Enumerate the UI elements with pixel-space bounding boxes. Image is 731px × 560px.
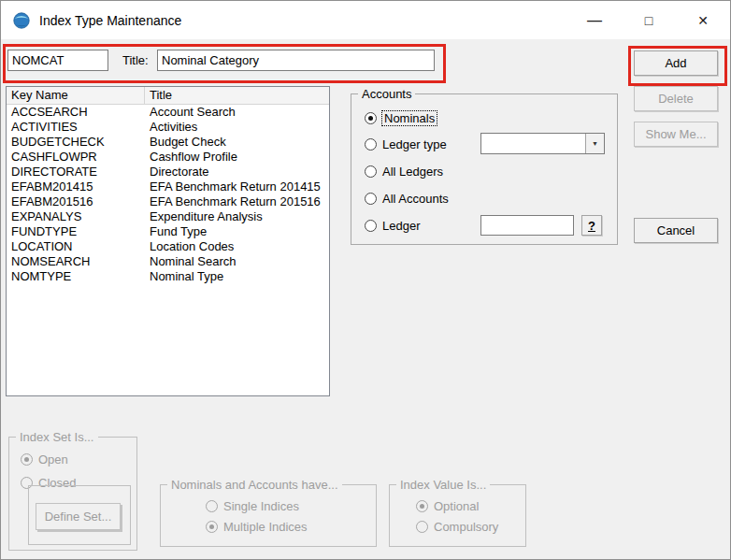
nominals-accounts-group-label: Nominals and Accounts have... <box>167 478 342 492</box>
row-key-name: NOMSEARCH <box>7 254 145 269</box>
combobox-value <box>481 134 585 153</box>
list-row[interactable]: NOMSEARCH Nominal Search <box>7 254 329 269</box>
list-row[interactable]: EFABM201415 EFA Benchmark Return 201415 <box>7 179 329 194</box>
radio-single-indices[interactable]: Single Indices <box>206 499 299 513</box>
radio-label: Compulsory <box>434 520 498 534</box>
accounts-groupbox: Accounts Nominals Ledger type ▼ All Ledg… <box>351 93 618 245</box>
key-name-input[interactable] <box>7 50 108 71</box>
radio-label: Ledger <box>382 219 420 233</box>
radio-compulsory[interactable]: Compulsory <box>416 520 498 534</box>
radio-label: Nominals <box>382 111 437 125</box>
row-title: Directorate <box>145 165 329 179</box>
radio-multiple-indices[interactable]: Multiple Indices <box>206 520 308 534</box>
ledger-input[interactable] <box>480 215 574 236</box>
column-header-key-name[interactable]: Key Name <box>7 87 145 104</box>
row-title: EFA Benchmark Return 201516 <box>145 194 329 209</box>
radio-circle[interactable] <box>21 453 33 466</box>
row-title: Account Search <box>145 105 329 120</box>
row-key-name: ACCSEARCH <box>7 105 145 120</box>
row-title: Cashflow Profile <box>145 150 329 165</box>
title-input[interactable] <box>157 50 435 71</box>
index-set-group-label: Index Set Is... <box>16 430 98 444</box>
delete-button[interactable]: Delete <box>634 86 718 111</box>
radio-circle[interactable] <box>365 138 377 151</box>
app-icon <box>13 12 30 29</box>
accounts-group-label: Accounts <box>358 87 415 101</box>
cancel-button[interactable]: Cancel <box>634 218 718 243</box>
radio-label: Ledger type <box>382 137 447 151</box>
radio-optional[interactable]: Optional <box>416 499 479 513</box>
ledger-help-button[interactable]: ? <box>581 215 602 236</box>
radio-nominals[interactable]: Nominals <box>365 111 437 125</box>
list-body: ACCSEARCH Account Search ACTIVITIES Acti… <box>7 105 329 284</box>
radio-label: All Accounts <box>382 192 449 206</box>
radio-label: All Ledgers <box>382 165 443 179</box>
row-key-name: BUDGETCHECK <box>7 135 145 150</box>
radio-open[interactable]: Open <box>21 452 68 467</box>
nominals-accounts-groupbox: Nominals and Accounts have... Single Ind… <box>160 484 377 547</box>
titlebar[interactable]: Index Type Maintenance — □ ✕ <box>1 1 730 39</box>
list-header: Key Name Title <box>7 87 329 105</box>
row-key-name: CASHFLOWPR <box>7 150 145 165</box>
row-title: Nominal Search <box>145 254 329 269</box>
ledger-type-combobox[interactable]: ▼ <box>480 133 605 154</box>
index-value-group-label: Index Value Is... <box>396 478 490 492</box>
close-icon[interactable]: ✕ <box>676 1 730 39</box>
add-button[interactable]: Add <box>634 50 718 76</box>
row-key-name: NOMTYPE <box>7 269 145 284</box>
window-controls: — □ ✕ <box>567 1 730 39</box>
row-key-name: EFABM201415 <box>7 179 145 194</box>
list-row[interactable]: CASHFLOWPR Cashflow Profile <box>7 150 329 165</box>
index-value-groupbox: Index Value Is... Optional Compulsory <box>389 484 526 547</box>
radio-circle[interactable] <box>365 165 377 178</box>
list-row[interactable]: FUNDTYPE Fund Type <box>7 224 329 239</box>
row-title: EFA Benchmark Return 201415 <box>145 179 329 194</box>
radio-label: Single Indices <box>223 499 299 513</box>
define-set-button[interactable]: Define Set... <box>36 503 121 530</box>
window-title: Index Type Maintenance <box>39 13 181 28</box>
row-title: Activities <box>145 120 329 135</box>
list-row[interactable]: BUDGETCHECK Budget Check <box>7 135 329 150</box>
list-row[interactable]: EXPANALYS Expenditure Analysis <box>7 209 329 224</box>
radio-label: Multiple Indices <box>223 520 308 534</box>
index-list[interactable]: Key Name Title ACCSEARCH Account Search … <box>6 86 330 396</box>
show-me-button[interactable]: Show Me... <box>634 122 718 147</box>
index-set-groupbox: Index Set Is... Open Closed Define Set..… <box>8 437 137 551</box>
list-row[interactable]: ACCSEARCH Account Search <box>7 105 329 120</box>
row-title: Budget Check <box>145 135 329 150</box>
radio-circle[interactable] <box>365 193 377 205</box>
row-key-name: EXPANALYS <box>7 209 145 224</box>
radio-ledger[interactable]: Ledger <box>365 219 420 233</box>
radio-circle[interactable] <box>365 112 377 124</box>
row-key-name: ACTIVITIES <box>7 120 145 135</box>
radio-circle[interactable] <box>416 521 428 533</box>
row-title: Nominal Type <box>145 269 329 284</box>
row-key-name: FUNDTYPE <box>7 224 145 239</box>
chevron-down-icon[interactable]: ▼ <box>585 134 604 153</box>
column-header-title[interactable]: Title <box>145 87 329 104</box>
radio-ledger-type[interactable]: Ledger type <box>365 137 447 151</box>
row-title: Fund Type <box>145 224 329 239</box>
index-type-maintenance-dialog: Index Type Maintenance — □ ✕ Title: Key … <box>0 0 731 560</box>
radio-circle[interactable] <box>416 500 428 512</box>
radio-circle[interactable] <box>206 521 218 533</box>
row-title: Expenditure Analysis <box>145 209 329 224</box>
list-row[interactable]: NOMTYPE Nominal Type <box>7 269 329 284</box>
row-key-name: EFABM201516 <box>7 194 145 209</box>
radio-all-ledgers[interactable]: All Ledgers <box>365 165 443 179</box>
row-key-name: DIRECTORATE <box>7 165 145 179</box>
list-row[interactable]: DIRECTORATE Directorate <box>7 165 329 179</box>
list-row[interactable]: EFABM201516 EFA Benchmark Return 201516 <box>7 194 329 209</box>
list-row[interactable]: ACTIVITIES Activities <box>7 120 329 135</box>
radio-circle[interactable] <box>206 500 218 512</box>
radio-circle[interactable] <box>365 220 377 232</box>
radio-label: Open <box>38 452 68 467</box>
title-field-label: Title: <box>122 50 149 71</box>
row-key-name: LOCATION <box>7 239 145 254</box>
maximize-icon[interactable]: □ <box>622 1 676 39</box>
row-title: Location Codes <box>145 239 329 254</box>
radio-label: Optional <box>434 499 479 513</box>
list-row[interactable]: LOCATION Location Codes <box>7 239 329 254</box>
minimize-icon[interactable]: — <box>567 1 622 39</box>
radio-all-accounts[interactable]: All Accounts <box>365 192 449 206</box>
